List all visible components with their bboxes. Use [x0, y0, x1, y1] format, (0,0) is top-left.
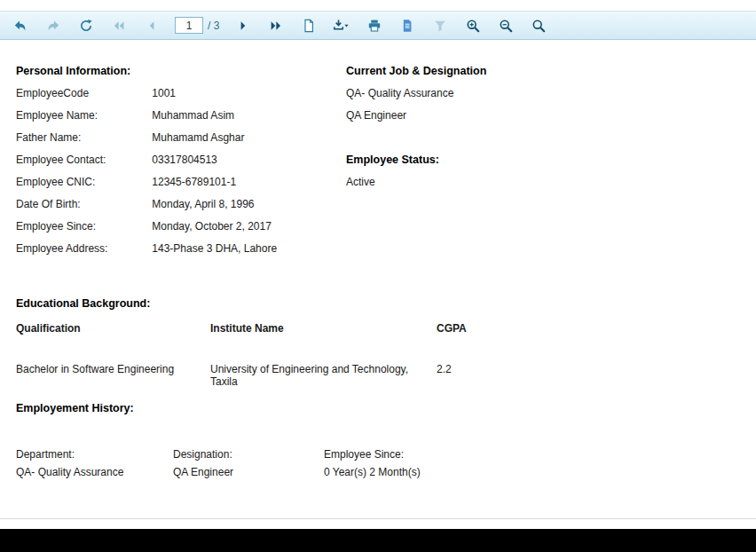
- zoom-out-button[interactable]: [489, 13, 522, 38]
- info-value: Monday, April 8, 1996: [152, 198, 254, 210]
- info-label: Employee CNIC:: [16, 171, 149, 193]
- employment-header-designation: Designation:: [173, 448, 324, 461]
- education-header-row: Qualification Institute Name CGPA: [16, 322, 655, 335]
- zoom-out-icon: [499, 19, 513, 33]
- search-icon: [532, 19, 546, 33]
- job-status-section: Current Job & Designation QA- Quality As…: [346, 60, 630, 193]
- info-row: Date Of Birth: Monday, April 8, 1996: [16, 193, 340, 216]
- info-value: 143-Phase 3 DHA, Lahore: [152, 242, 277, 255]
- info-label: Date Of Birth:: [16, 193, 149, 216]
- page-setup-icon: [302, 19, 316, 33]
- info-row: EmployeeCode 1001: [16, 83, 340, 105]
- next-page-icon: [236, 19, 250, 33]
- education-cgpa: 2.2: [437, 363, 499, 388]
- export-button[interactable]: [325, 13, 358, 38]
- info-label: Employee Name:: [16, 105, 149, 127]
- employee-status-value: Active: [346, 171, 630, 193]
- previous-page-icon: [145, 19, 159, 33]
- back-button[interactable]: [4, 13, 36, 38]
- info-row: Employee Address: 143-Phase 3 DHA, Lahor…: [16, 238, 340, 260]
- first-page-icon: [112, 19, 126, 33]
- info-label: Father Name:: [16, 127, 149, 149]
- employment-header-row: Department: Designation: Employee Since:: [16, 448, 584, 461]
- employment-history-section: Employement History: Department: Designa…: [16, 398, 584, 478]
- print-button[interactable]: [358, 13, 390, 38]
- page-number-input[interactable]: [175, 17, 203, 34]
- current-job-designation: QA Engineer: [346, 105, 630, 127]
- report-viewer: / 3: [0, 0, 756, 552]
- employment-department: QA- Quality Assurance: [16, 466, 173, 478]
- page-navigator: / 3: [175, 17, 219, 34]
- document-icon: [400, 19, 414, 33]
- previous-page-button[interactable]: [135, 13, 168, 38]
- personal-info-section: Personal Information: EmployeeCode 1001 …: [16, 60, 340, 260]
- bottom-bar: [0, 529, 756, 552]
- zoom-in-icon: [466, 19, 480, 33]
- first-page-button[interactable]: [102, 13, 135, 38]
- info-row: Employee Since: Monday, October 2, 2017: [16, 216, 340, 238]
- refresh-button[interactable]: [69, 13, 102, 38]
- filter-button[interactable]: [423, 13, 456, 38]
- page-total-label: / 3: [208, 20, 219, 32]
- forward-icon: [46, 19, 60, 33]
- current-job-department: QA- Quality Assurance: [346, 83, 630, 105]
- last-page-icon: [269, 19, 283, 33]
- info-value: Monday, October 2, 2017: [152, 220, 272, 233]
- info-value: Muhammad Asim: [152, 109, 234, 122]
- forward-button[interactable]: [36, 13, 69, 38]
- back-icon: [13, 19, 28, 33]
- education-section: Educational Background: Qualification In…: [16, 293, 655, 388]
- info-value: 1001: [152, 87, 176, 99]
- current-job-title: Current Job & Designation: [346, 60, 630, 83]
- education-institute: University of Engineering and Technology…: [210, 363, 437, 388]
- last-page-button[interactable]: [259, 13, 292, 38]
- info-value: 03317804513: [152, 154, 217, 166]
- education-row: Bachelor in Software Engineering Univers…: [16, 363, 655, 388]
- page-setup-button[interactable]: [292, 13, 325, 38]
- filter-icon: [433, 19, 447, 33]
- employment-designation: QA Engineer: [173, 466, 324, 478]
- education-title: Educational Background:: [16, 293, 655, 315]
- info-label: Employee Address:: [16, 238, 149, 260]
- info-row: Employee Contact: 03317804513: [16, 149, 340, 171]
- document-button[interactable]: [390, 13, 423, 38]
- print-icon: [367, 19, 382, 33]
- search-button[interactable]: [522, 13, 555, 38]
- info-row: Employee CNIC: 12345-6789101-1: [16, 171, 340, 193]
- education-header-institute: Institute Name: [210, 322, 437, 335]
- zoom-in-button[interactable]: [456, 13, 489, 38]
- education-qualification: Bachelor in Software Engineering: [16, 363, 210, 388]
- export-icon: [333, 19, 350, 33]
- employment-header-department: Department:: [16, 448, 173, 461]
- employee-status-title: Employee Status:: [346, 149, 630, 171]
- info-row: Employee Name: Muhammad Asim: [16, 105, 340, 127]
- employment-row: QA- Quality Assurance QA Engineer 0 Year…: [16, 466, 584, 478]
- education-header-qualification: Qualification: [16, 322, 210, 335]
- report-toolbar: / 3: [0, 11, 756, 40]
- info-value: Muhamamd Asghar: [152, 131, 244, 144]
- education-header-cgpa: CGPA: [437, 322, 499, 335]
- personal-info-title: Personal Information:: [16, 60, 340, 83]
- page-bottom-divider: [0, 518, 756, 519]
- refresh-icon: [79, 19, 93, 33]
- info-row: Father Name: Muhamamd Asghar: [16, 127, 340, 149]
- info-label: Employee Since:: [16, 216, 149, 238]
- info-value: 12345-6789101-1: [152, 176, 236, 188]
- employment-header-since: Employee Since:: [324, 448, 501, 461]
- info-label: Employee Contact:: [16, 149, 149, 171]
- info-label: EmployeeCode: [16, 83, 149, 105]
- employment-since: 0 Year(s) 2 Month(s): [324, 466, 501, 478]
- next-page-button[interactable]: [226, 13, 259, 38]
- employment-history-title: Employement History:: [16, 398, 584, 420]
